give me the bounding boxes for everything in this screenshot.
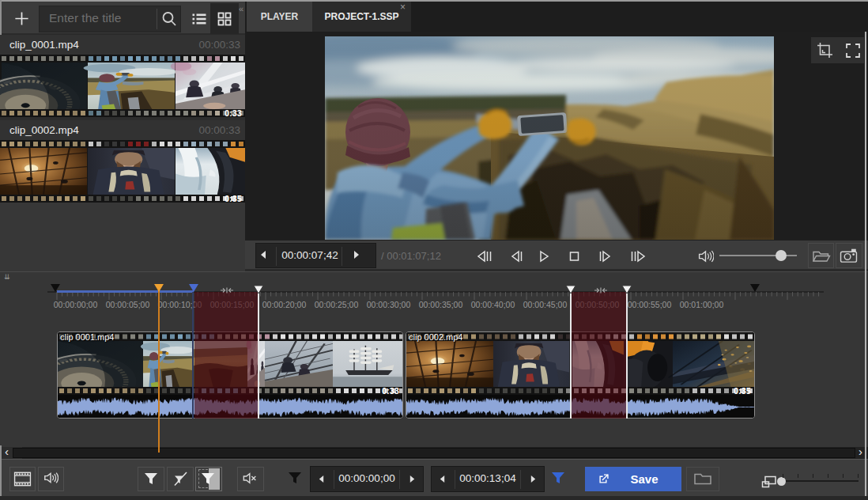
svg-text:00:00:20;00: 00:00:20;00 <box>262 300 307 309</box>
svg-text:0:35: 0:35 <box>734 386 751 396</box>
svg-text:00:00:35;00: 00:00:35;00 <box>419 300 463 309</box>
svg-text:00:00:00;00: 00:00:00;00 <box>54 300 98 309</box>
svg-text:00:00:55;00: 00:00:55;00 <box>628 300 672 309</box>
svg-text:00:00:05;00: 00:00:05;00 <box>106 300 150 309</box>
svg-text:00:00:30;00: 00:00:30;00 <box>367 300 411 309</box>
svg-text:00:00:40;00: 00:00:40;00 <box>471 300 515 309</box>
svg-text:0:35: 0:35 <box>225 194 242 203</box>
svg-text:00:00:45;00: 00:00:45;00 <box>523 300 568 309</box>
svg-text:00:01:00;00: 00:01:00;00 <box>680 300 724 309</box>
svg-text:0:33: 0:33 <box>225 108 242 117</box>
svg-text:00:00:25;00: 00:00:25;00 <box>315 300 359 309</box>
svg-text:0:33: 0:33 <box>382 386 399 396</box>
